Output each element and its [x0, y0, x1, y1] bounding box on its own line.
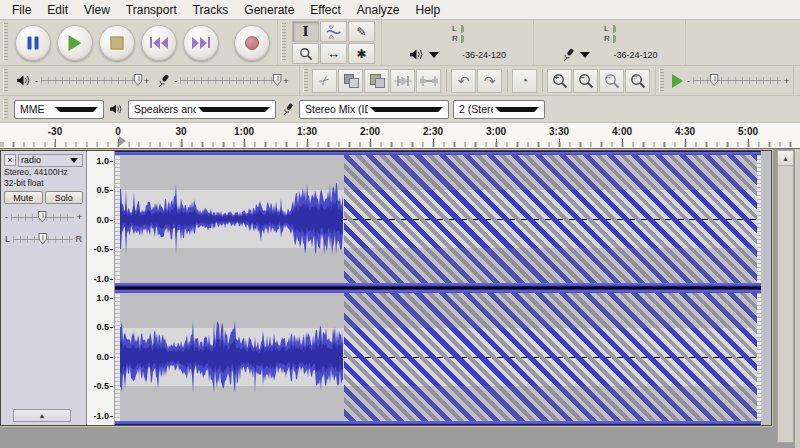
- pan-thumb[interactable]: [38, 233, 47, 245]
- menu-item[interactable]: View: [76, 1, 118, 19]
- clip-left-edge[interactable]: [115, 155, 120, 283]
- tools-toolbar: I ✎ ↔ ✱: [278, 20, 382, 65]
- fit-selection-button[interactable]: ↔: [599, 69, 624, 93]
- scroll-up-icon: ▲: [782, 155, 789, 162]
- clip-right-edge[interactable]: [757, 155, 761, 283]
- menu-item[interactable]: Help: [408, 1, 449, 19]
- sync-lock-button[interactable]: ◔: [512, 69, 537, 93]
- menu-item[interactable]: File: [4, 1, 39, 19]
- fit-project-button[interactable]: ▭: [625, 69, 650, 93]
- input-volume-thumb[interactable]: [273, 74, 282, 86]
- skip-to-end-button[interactable]: [183, 25, 219, 61]
- toolbar-row-2: - + - + ✂: [0, 66, 800, 96]
- play-cursor-icon[interactable]: [119, 136, 126, 146]
- zoom-in-button[interactable]: +: [547, 69, 572, 93]
- skip-to-start-button[interactable]: [141, 25, 177, 61]
- envelope-tool-button[interactable]: [320, 21, 347, 42]
- pause-button[interactable]: [15, 25, 51, 61]
- playback-device-select[interactable]: Speakers and Headphon: [128, 100, 276, 119]
- solo-button[interactable]: Solo: [45, 191, 84, 204]
- play-button[interactable]: [57, 25, 93, 61]
- gain-track[interactable]: [11, 214, 74, 221]
- clip-left-edge[interactable]: [115, 293, 120, 421]
- play-at-speed-button[interactable]: [668, 74, 687, 88]
- multi-tool-button[interactable]: ✱: [348, 43, 375, 64]
- waveform-channel-left[interactable]: [115, 151, 761, 287]
- playback-speed-thumb[interactable]: [710, 74, 719, 86]
- waveform-view[interactable]: [115, 151, 771, 425]
- input-volume-slider[interactable]: - +: [174, 76, 288, 86]
- menu-item[interactable]: Tracks: [185, 1, 237, 19]
- output-volume-track[interactable]: [41, 77, 141, 84]
- toolbar-grip[interactable]: [659, 69, 664, 92]
- meter-dropdown-arrow[interactable]: [429, 52, 439, 58]
- recording-meter-bar-right[interactable]: [613, 35, 615, 43]
- recording-meter[interactable]: L R -36-24-120: [534, 20, 686, 65]
- pan-track[interactable]: [13, 236, 72, 243]
- waveform-channel-right[interactable]: [115, 289, 761, 425]
- vertical-scrollbar[interactable]: ▲: [777, 150, 794, 443]
- toolbar-grip[interactable]: [3, 69, 8, 92]
- menu-item[interactable]: Generate: [236, 1, 302, 19]
- draw-tool-button[interactable]: ✎: [348, 21, 375, 42]
- selection-tool-button[interactable]: I: [292, 21, 319, 42]
- timeline-tick-label: 30: [175, 126, 186, 137]
- redo-icon: ↷: [484, 73, 496, 89]
- waveform-left[interactable]: [120, 155, 344, 283]
- menu-item[interactable]: Effect: [302, 1, 348, 19]
- recording-channels-select[interactable]: 2 (Stereo) Inp: [453, 100, 545, 119]
- recording-meter-bar-left[interactable]: [613, 25, 615, 33]
- undo-button[interactable]: ↶: [451, 69, 476, 93]
- playback-meter-bar-right[interactable]: [461, 35, 463, 43]
- zoom-out-button[interactable]: −: [573, 69, 598, 93]
- redo-button[interactable]: ↷: [477, 69, 502, 93]
- audio-host-select[interactable]: MME: [14, 100, 104, 119]
- close-track-button[interactable]: ×: [4, 154, 16, 166]
- timeshift-tool-button[interactable]: ↔: [320, 43, 347, 64]
- trim-audio-button[interactable]: [390, 69, 415, 93]
- stop-button[interactable]: [99, 25, 135, 61]
- meter-dropdown-arrow[interactable]: [580, 52, 590, 58]
- toolbar-grip[interactable]: [3, 99, 8, 119]
- recording-device-select[interactable]: Stereo Mix (IDT High De: [299, 100, 449, 119]
- toolbar-grip[interactable]: [3, 23, 8, 62]
- track-name-menu[interactable]: radio: [18, 154, 83, 167]
- gain-thumb[interactable]: [38, 211, 47, 223]
- playback-meter[interactable]: L R -36-24-120: [382, 20, 534, 65]
- waveform-right[interactable]: [120, 293, 344, 421]
- output-volume-slider[interactable]: - +: [35, 76, 149, 86]
- speaker-icon: [16, 75, 31, 86]
- pan-slider[interactable]: L R: [4, 234, 83, 244]
- playback-speed-track[interactable]: [693, 77, 781, 84]
- menu-item[interactable]: Analyze: [349, 1, 408, 19]
- slider-min-label: -: [687, 76, 690, 86]
- paste-icon: [370, 74, 384, 87]
- copy-button[interactable]: [338, 69, 363, 93]
- timeline-tick-label: -30: [48, 126, 62, 137]
- scroll-up-button[interactable]: ▲: [778, 151, 793, 166]
- timeline-tick-label: 2:30: [423, 126, 443, 137]
- meter-scale: -36-24-120: [613, 50, 657, 60]
- meter-left-label: L: [604, 25, 613, 33]
- silence-audio-button[interactable]: [416, 69, 441, 93]
- cut-button[interactable]: ✂: [312, 69, 337, 93]
- zoom-tool-button[interactable]: [292, 43, 319, 64]
- timeline-tick-label: 4:30: [675, 126, 695, 137]
- vertical-ruler: 1.00.50.0-0.5-1.0 1.00.50.0-0.5-1.0: [87, 151, 115, 425]
- gain-slider[interactable]: - +: [4, 212, 83, 222]
- transcription-toolbar: - +: [656, 66, 794, 95]
- playback-meter-bar-left[interactable]: [461, 25, 463, 33]
- clip-right-edge[interactable]: [757, 293, 761, 421]
- paste-button[interactable]: [364, 69, 389, 93]
- toolbar-grip[interactable]: [303, 69, 308, 92]
- timeline-ruler[interactable]: -300301:001:302:002:303:003:304:004:305:…: [0, 123, 800, 149]
- mute-button[interactable]: Mute: [4, 191, 43, 204]
- record-button[interactable]: [234, 25, 270, 61]
- output-volume-thumb[interactable]: [134, 74, 143, 86]
- menu-item[interactable]: Edit: [39, 1, 76, 19]
- collapse-track-button[interactable]: ▲: [13, 409, 71, 422]
- toolbar-grip[interactable]: [281, 23, 286, 62]
- menu-item[interactable]: Transport: [118, 1, 185, 19]
- input-volume-track[interactable]: [180, 77, 280, 84]
- playback-speed-slider[interactable]: - +: [687, 76, 789, 86]
